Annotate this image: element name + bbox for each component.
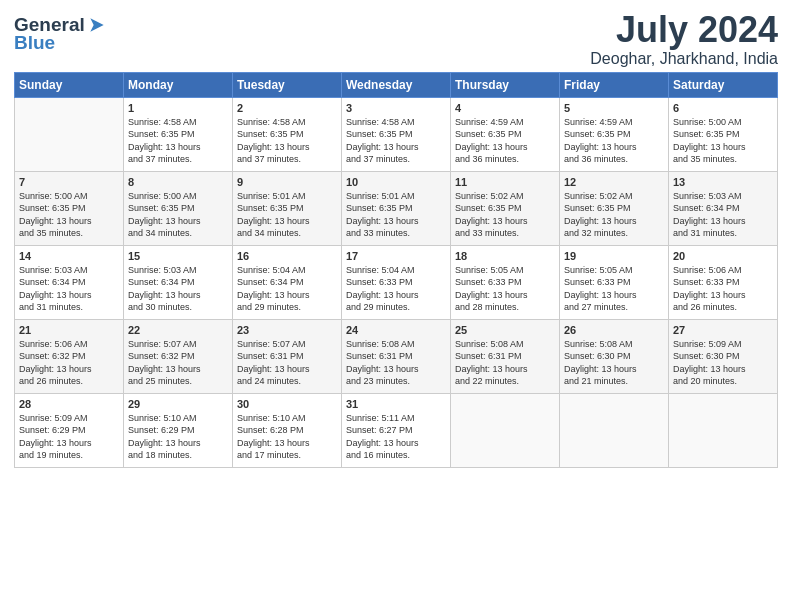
calendar-week-row: 28Sunrise: 5:09 AM Sunset: 6:29 PM Dayli…	[15, 393, 778, 467]
calendar-day-cell: 2Sunrise: 4:58 AM Sunset: 6:35 PM Daylig…	[233, 97, 342, 171]
day-number: 18	[455, 250, 555, 262]
calendar-day-cell: 31Sunrise: 5:11 AM Sunset: 6:27 PM Dayli…	[342, 393, 451, 467]
day-number: 1	[128, 102, 228, 114]
day-number: 9	[237, 176, 337, 188]
calendar-day-cell	[15, 97, 124, 171]
calendar-day-cell: 17Sunrise: 5:04 AM Sunset: 6:33 PM Dayli…	[342, 245, 451, 319]
day-number: 12	[564, 176, 664, 188]
day-info: Sunrise: 5:09 AM Sunset: 6:30 PM Dayligh…	[673, 338, 773, 388]
col-thursday: Thursday	[451, 72, 560, 97]
day-info: Sunrise: 5:10 AM Sunset: 6:29 PM Dayligh…	[128, 412, 228, 462]
calendar-day-cell: 13Sunrise: 5:03 AM Sunset: 6:34 PM Dayli…	[669, 171, 778, 245]
calendar-day-cell: 14Sunrise: 5:03 AM Sunset: 6:34 PM Dayli…	[15, 245, 124, 319]
calendar-day-cell: 18Sunrise: 5:05 AM Sunset: 6:33 PM Dayli…	[451, 245, 560, 319]
day-info: Sunrise: 5:07 AM Sunset: 6:32 PM Dayligh…	[128, 338, 228, 388]
col-tuesday: Tuesday	[233, 72, 342, 97]
day-number: 17	[346, 250, 446, 262]
col-monday: Monday	[124, 72, 233, 97]
day-info: Sunrise: 5:05 AM Sunset: 6:33 PM Dayligh…	[564, 264, 664, 314]
day-info: Sunrise: 5:04 AM Sunset: 6:34 PM Dayligh…	[237, 264, 337, 314]
logo-icon	[87, 15, 107, 35]
calendar-week-row: 7Sunrise: 5:00 AM Sunset: 6:35 PM Daylig…	[15, 171, 778, 245]
calendar-day-cell: 3Sunrise: 4:58 AM Sunset: 6:35 PM Daylig…	[342, 97, 451, 171]
day-number: 22	[128, 324, 228, 336]
day-info: Sunrise: 4:59 AM Sunset: 6:35 PM Dayligh…	[564, 116, 664, 166]
calendar-day-cell: 8Sunrise: 5:00 AM Sunset: 6:35 PM Daylig…	[124, 171, 233, 245]
day-info: Sunrise: 5:06 AM Sunset: 6:33 PM Dayligh…	[673, 264, 773, 314]
day-info: Sunrise: 4:58 AM Sunset: 6:35 PM Dayligh…	[237, 116, 337, 166]
day-info: Sunrise: 5:09 AM Sunset: 6:29 PM Dayligh…	[19, 412, 119, 462]
day-info: Sunrise: 4:58 AM Sunset: 6:35 PM Dayligh…	[128, 116, 228, 166]
day-number: 24	[346, 324, 446, 336]
calendar-day-cell: 27Sunrise: 5:09 AM Sunset: 6:30 PM Dayli…	[669, 319, 778, 393]
title-block: July 2024 Deoghar, Jharkhand, India	[590, 10, 778, 68]
day-number: 23	[237, 324, 337, 336]
day-info: Sunrise: 5:01 AM Sunset: 6:35 PM Dayligh…	[346, 190, 446, 240]
calendar-day-cell	[451, 393, 560, 467]
day-number: 3	[346, 102, 446, 114]
day-info: Sunrise: 5:08 AM Sunset: 6:31 PM Dayligh…	[346, 338, 446, 388]
day-info: Sunrise: 4:58 AM Sunset: 6:35 PM Dayligh…	[346, 116, 446, 166]
day-info: Sunrise: 5:03 AM Sunset: 6:34 PM Dayligh…	[128, 264, 228, 314]
calendar-day-cell	[560, 393, 669, 467]
day-info: Sunrise: 5:00 AM Sunset: 6:35 PM Dayligh…	[19, 190, 119, 240]
day-number: 27	[673, 324, 773, 336]
calendar-day-cell: 1Sunrise: 4:58 AM Sunset: 6:35 PM Daylig…	[124, 97, 233, 171]
day-info: Sunrise: 5:02 AM Sunset: 6:35 PM Dayligh…	[455, 190, 555, 240]
calendar-day-cell: 5Sunrise: 4:59 AM Sunset: 6:35 PM Daylig…	[560, 97, 669, 171]
day-info: Sunrise: 5:04 AM Sunset: 6:33 PM Dayligh…	[346, 264, 446, 314]
calendar-week-row: 21Sunrise: 5:06 AM Sunset: 6:32 PM Dayli…	[15, 319, 778, 393]
calendar-day-cell: 30Sunrise: 5:10 AM Sunset: 6:28 PM Dayli…	[233, 393, 342, 467]
calendar-day-cell: 11Sunrise: 5:02 AM Sunset: 6:35 PM Dayli…	[451, 171, 560, 245]
day-number: 2	[237, 102, 337, 114]
day-info: Sunrise: 5:08 AM Sunset: 6:30 PM Dayligh…	[564, 338, 664, 388]
day-number: 19	[564, 250, 664, 262]
calendar-week-row: 1Sunrise: 4:58 AM Sunset: 6:35 PM Daylig…	[15, 97, 778, 171]
calendar-day-cell: 26Sunrise: 5:08 AM Sunset: 6:30 PM Dayli…	[560, 319, 669, 393]
day-info: Sunrise: 5:07 AM Sunset: 6:31 PM Dayligh…	[237, 338, 337, 388]
calendar-table: Sunday Monday Tuesday Wednesday Thursday…	[14, 72, 778, 468]
day-number: 28	[19, 398, 119, 410]
calendar-day-cell: 6Sunrise: 5:00 AM Sunset: 6:35 PM Daylig…	[669, 97, 778, 171]
day-number: 25	[455, 324, 555, 336]
day-number: 14	[19, 250, 119, 262]
calendar-day-cell: 19Sunrise: 5:05 AM Sunset: 6:33 PM Dayli…	[560, 245, 669, 319]
day-number: 15	[128, 250, 228, 262]
calendar-header-row: Sunday Monday Tuesday Wednesday Thursday…	[15, 72, 778, 97]
calendar-container: General Blue July 2024 Deoghar, Jharkhan…	[0, 0, 792, 478]
col-friday: Friday	[560, 72, 669, 97]
day-info: Sunrise: 5:03 AM Sunset: 6:34 PM Dayligh…	[673, 190, 773, 240]
day-info: Sunrise: 5:03 AM Sunset: 6:34 PM Dayligh…	[19, 264, 119, 314]
day-info: Sunrise: 4:59 AM Sunset: 6:35 PM Dayligh…	[455, 116, 555, 166]
day-number: 8	[128, 176, 228, 188]
day-info: Sunrise: 5:10 AM Sunset: 6:28 PM Dayligh…	[237, 412, 337, 462]
day-number: 4	[455, 102, 555, 114]
calendar-day-cell: 24Sunrise: 5:08 AM Sunset: 6:31 PM Dayli…	[342, 319, 451, 393]
day-number: 29	[128, 398, 228, 410]
day-number: 7	[19, 176, 119, 188]
day-number: 11	[455, 176, 555, 188]
col-saturday: Saturday	[669, 72, 778, 97]
calendar-day-cell: 21Sunrise: 5:06 AM Sunset: 6:32 PM Dayli…	[15, 319, 124, 393]
calendar-day-cell: 29Sunrise: 5:10 AM Sunset: 6:29 PM Dayli…	[124, 393, 233, 467]
calendar-day-cell: 4Sunrise: 4:59 AM Sunset: 6:35 PM Daylig…	[451, 97, 560, 171]
calendar-day-cell: 28Sunrise: 5:09 AM Sunset: 6:29 PM Dayli…	[15, 393, 124, 467]
day-number: 10	[346, 176, 446, 188]
month-year-title: July 2024	[590, 10, 778, 50]
calendar-day-cell: 15Sunrise: 5:03 AM Sunset: 6:34 PM Dayli…	[124, 245, 233, 319]
calendar-day-cell: 9Sunrise: 5:01 AM Sunset: 6:35 PM Daylig…	[233, 171, 342, 245]
day-info: Sunrise: 5:06 AM Sunset: 6:32 PM Dayligh…	[19, 338, 119, 388]
day-info: Sunrise: 5:08 AM Sunset: 6:31 PM Dayligh…	[455, 338, 555, 388]
logo: General Blue	[14, 14, 107, 54]
header-row: General Blue July 2024 Deoghar, Jharkhan…	[14, 10, 778, 68]
calendar-day-cell: 22Sunrise: 5:07 AM Sunset: 6:32 PM Dayli…	[124, 319, 233, 393]
day-info: Sunrise: 5:00 AM Sunset: 6:35 PM Dayligh…	[673, 116, 773, 166]
calendar-day-cell: 7Sunrise: 5:00 AM Sunset: 6:35 PM Daylig…	[15, 171, 124, 245]
day-number: 21	[19, 324, 119, 336]
day-info: Sunrise: 5:05 AM Sunset: 6:33 PM Dayligh…	[455, 264, 555, 314]
day-number: 20	[673, 250, 773, 262]
day-info: Sunrise: 5:11 AM Sunset: 6:27 PM Dayligh…	[346, 412, 446, 462]
col-sunday: Sunday	[15, 72, 124, 97]
location-subtitle: Deoghar, Jharkhand, India	[590, 50, 778, 68]
day-number: 26	[564, 324, 664, 336]
